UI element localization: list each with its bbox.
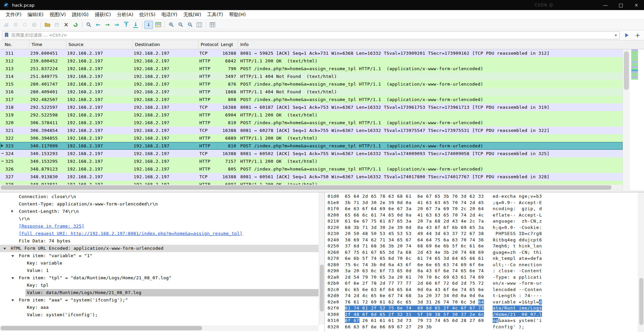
close-button[interactable]: ×: [629, 0, 644, 10]
menu-capture[interactable]: 捕获(C): [92, 11, 114, 19]
reload-file-icon[interactable]: [71, 21, 80, 29]
menu-file[interactable]: 文件(F): [3, 11, 24, 19]
hex-row-0210[interactable]: 0210 61 6e 67 75 61 67 65 3a 20 7a 68 2d…: [328, 218, 542, 225]
details-hscrollbar[interactable]: [0, 325, 318, 331]
hex-row-0320[interactable]: 0320 66 63 6f 6e 66 69 67 27 29 3b fconf…: [328, 324, 542, 330]
form-value-variable[interactable]: Value: 1: [0, 267, 318, 274]
column-header-time[interactable]: Time: [30, 40, 66, 49]
hex-row-02e0[interactable]: 02e0 76 61 72 69 61 62 6c 65 3d 31 26 74…: [328, 299, 542, 305]
hex-row-01e0[interactable]: 01e0 3b 71 3d 30 2e 39 0d 0a 41 63 63 65…: [328, 200, 542, 206]
filter-bookmark-icon[interactable]: [4, 33, 9, 38]
capture-filters-icon[interactable]: [208, 21, 217, 29]
form-item-aaa[interactable]: Form item: "aaa" = "system('ifconfig');": [0, 296, 318, 304]
hex-row-02a0[interactable]: 02a0 2d 54 79 70 65 3a 20 61 70 70 6c 69…: [328, 274, 542, 281]
zoom-reset-icon[interactable]: 1:1: [186, 21, 194, 29]
hex-row-02f0[interactable]: 02f0 61 74 61 2f 52 75 6e 74 69 6d 65 2f…: [328, 305, 542, 312]
menu-edit[interactable]: 编辑(E): [24, 11, 47, 19]
hex-row-0230[interactable]: 0230 20 50 48 50 53 45 53 53 49 44 3d 63…: [328, 231, 542, 237]
packet-row-319[interactable]: 319292.522598192.168.2.197192.168.2.197H…: [0, 111, 623, 119]
hex-row-0250[interactable]: 0250 37 6d 71 68 36 3b 20 74 68 69 6e 6b…: [328, 243, 542, 249]
packet-row-328[interactable]: 328348.913831192.168.2.197192.168.2.197H…: [0, 181, 623, 185]
packet-row-315[interactable]: 315280.401747192.168.2.197192.168.2.197H…: [0, 80, 623, 88]
packet-row-325[interactable]: 325340.153295192.168.2.197192.168.2.197H…: [0, 157, 623, 165]
zoom-out-icon[interactable]: [176, 21, 185, 29]
hex-row-02c0[interactable]: 02c0 6c 65 6e 63 6f 64 65 64 0d 0a 43 6f…: [328, 287, 542, 293]
packet-row-318[interactable]: 318292.522597192.168.2.197192.168.2.197T…: [0, 103, 623, 111]
column-header-source[interactable]: Source: [66, 40, 133, 49]
response-in-frame-link[interactable]: [Response in frame: 325]: [0, 223, 318, 230]
packet-row-321[interactable]: 321306.394854192.168.2.197192.168.2.197T…: [0, 127, 623, 134]
header-connection[interactable]: Connection: close\r\n: [0, 193, 318, 200]
expand-arrow-icon[interactable]: [3, 248, 6, 250]
display-filter-field[interactable]: ▾: [2, 31, 620, 39]
form-item-tpl[interactable]: Form item: "tpl" = "data/Runtime/Logs/Ho…: [0, 274, 318, 282]
find-packet-icon[interactable]: [84, 21, 93, 29]
hex-vscrollbar-thumb[interactable]: [639, 278, 643, 325]
column-header-info[interactable]: Info: [238, 40, 644, 49]
form-key-tpl[interactable]: Key: tpl: [0, 282, 318, 289]
open-file-icon[interactable]: [43, 21, 52, 29]
minimize-button[interactable]: —: [598, 0, 613, 10]
hex-row-02b0[interactable]: 02b0 6f 6e 2f 78 2d 77 77 77 2d 66 6f 72…: [328, 280, 542, 287]
details-vscrollbar[interactable]: [319, 192, 325, 325]
packet-row-322[interactable]: 322306.394855192.168.2.197192.168.2.197H…: [0, 134, 623, 142]
go-to-packet-icon[interactable]: ⇒: [112, 21, 121, 29]
packet-row-312[interactable]: 312239.600452192.168.2.197192.168.2.197H…: [0, 57, 623, 65]
hex-row-01f0[interactable]: 01f0 6e 63 6f 64 69 6e 67 3a 20 67 7a 69…: [328, 206, 542, 212]
go-first-packet-icon[interactable]: ↑: [122, 21, 131, 29]
packet-row-316[interactable]: 316280.409401192.168.2.197192.168.2.197H…: [0, 88, 623, 96]
menu-wireless[interactable]: 无线(W): [181, 11, 204, 19]
packet-list-vscrollbar[interactable]: [623, 49, 630, 190]
go-last-packet-icon[interactable]: ↓: [131, 21, 140, 29]
packet-list-hscrollbar[interactable]: [0, 185, 623, 190]
menu-help[interactable]: 帮助(H): [226, 11, 249, 19]
packet-row-324[interactable]: 324340.153293192.168.2.197192.168.2.197T…: [0, 150, 623, 157]
menu-go[interactable]: 跳转(G): [69, 11, 92, 19]
expand-arrow-icon[interactable]: [11, 255, 14, 257]
close-file-icon[interactable]: ×: [62, 21, 70, 29]
menu-view[interactable]: 视图(V): [47, 11, 69, 19]
packet-row-326[interactable]: 326348.879123192.168.2.197192.168.2.197H…: [0, 165, 623, 173]
packet-row-317[interactable]: 317292.482507192.168.2.197192.168.2.197H…: [0, 96, 623, 103]
hex-row-0280[interactable]: 0280 75 6c 74 3b 0d 0a 43 6f 6e 6e 65 63…: [328, 262, 542, 268]
auto-scroll-icon[interactable]: ↓: [144, 21, 153, 29]
expand-arrow-icon[interactable]: [11, 299, 14, 301]
hex-row-0220[interactable]: 0220 68 3b 71 3d 30 2e 39 0d 0a 43 6f 6f…: [328, 225, 542, 231]
hscrollbar-thumb[interactable]: [1, 185, 611, 190]
colorize-packets-icon[interactable]: [154, 21, 162, 29]
menu-tools[interactable]: 工具(T): [204, 11, 226, 19]
menu-statistics[interactable]: 统计(S): [136, 11, 158, 19]
column-header-length[interactable]: Lengt: [219, 40, 238, 49]
column-header-protocol[interactable]: Protocol: [199, 40, 219, 49]
full-request-uri-link[interactable]: [Full request URI: http://192.168.2.197:…: [0, 230, 318, 237]
packet-row-313[interactable]: 313251.837224192.168.2.197192.168.2.197H…: [0, 65, 623, 73]
form-value-tpl[interactable]: Value: data/Runtime/Logs/Home/21_08_07.l…: [0, 289, 318, 296]
go-forward-icon[interactable]: →: [103, 21, 112, 29]
file-data[interactable]: File Data: 74 bytes: [0, 237, 318, 245]
form-value-aaa[interactable]: Value: system('ifconfig');: [0, 311, 318, 319]
column-header-destination[interactable]: Destination: [133, 40, 199, 49]
apply-filter-button[interactable]: [622, 31, 632, 39]
hex-row-0310[interactable]: 0310 6f 67 26 61 61 61 3d 73 79 73 74 65…: [328, 318, 542, 324]
header-content-type[interactable]: Content-Type: application/x-www-form-url…: [0, 200, 318, 208]
add-filter-button[interactable]: +: [633, 31, 642, 39]
header-crlf[interactable]: \r\n: [0, 215, 318, 223]
display-filter-input[interactable]: [11, 32, 615, 38]
details-hscrollbar-thumb[interactable]: [1, 326, 202, 330]
collapse-arrow-icon[interactable]: [11, 210, 13, 212]
resize-columns-icon[interactable]: [195, 21, 204, 29]
menu-analyze[interactable]: 分析(A): [114, 11, 137, 19]
hex-row-0200[interactable]: 0200 65 66 6c 61 74 65 0d 0a 41 63 63 65…: [328, 212, 542, 219]
vscrollbar-thumb[interactable]: [624, 51, 629, 90]
menu-telephony[interactable]: 电话(Y): [158, 11, 180, 19]
packet-row-311[interactable]: 311239.600451192.168.2.197192.168.2.197T…: [0, 49, 623, 57]
hex-row-0270[interactable]: 0270 6e 6b 5f 74 65 6d 70 6c 61 74 65 3d…: [328, 255, 542, 262]
packet-row-314[interactable]: 314251.849775192.168.2.197192.168.2.197H…: [0, 73, 623, 80]
hex-row-01d0[interactable]: 01d0 65 64 2d 65 78 63 68 61 6e 67 65 3b…: [328, 193, 542, 200]
column-header-no[interactable]: No.: [0, 40, 30, 49]
packet-row-323[interactable]: 323340.117099192.168.2.197192.168.2.197H…: [0, 142, 623, 150]
packet-row-320[interactable]: 320306.378411192.168.2.197192.168.2.197H…: [0, 119, 623, 127]
zoom-in-icon[interactable]: [167, 21, 176, 29]
form-key-aaa[interactable]: Key: aaa: [0, 304, 318, 311]
form-key-variable[interactable]: Key: variable: [0, 259, 318, 267]
